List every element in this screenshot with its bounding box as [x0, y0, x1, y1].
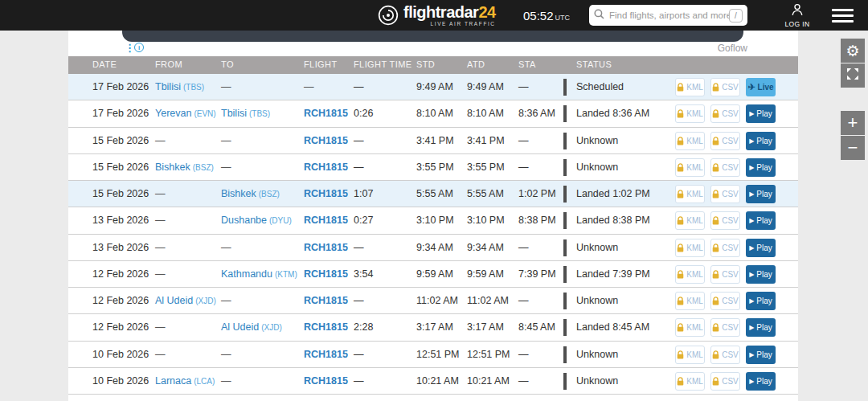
from-airport-link[interactable]: Al Udeid(XJD) — [155, 288, 216, 314]
csv-download-button[interactable]: CSV — [710, 211, 740, 230]
menu-icon[interactable] — [832, 9, 854, 23]
atd-time: 11:02 AM — [467, 288, 509, 313]
flight-number-link[interactable]: RCH1815 — [304, 342, 348, 367]
flight-date: 10 Feb 2026 — [92, 368, 149, 394]
fullscreen-button[interactable] — [841, 63, 865, 88]
csv-download-button[interactable]: CSV — [710, 185, 740, 203]
to-airport-city[interactable]: Tbilisi — [221, 108, 247, 119]
kml-download-button[interactable]: KML — [675, 211, 705, 230]
status-text: Unknown — [576, 288, 618, 313]
to-airport-city[interactable]: Al Udeid — [221, 321, 259, 333]
csv-download-button[interactable]: CSV — [710, 158, 740, 177]
status-divider-bar — [563, 239, 567, 256]
login-button[interactable]: LOG IN — [781, 3, 813, 28]
table-row: 17 Feb 2026Tbilisi(TBS)———9:49 AM9:49 AM… — [68, 74, 798, 100]
to-airport-link[interactable]: Bishkek(BSZ) — [221, 181, 280, 207]
status-text: Scheduled — [576, 74, 624, 100]
csv-download-button[interactable]: CSV — [710, 78, 740, 96]
play-button[interactable]: ▶Play — [746, 292, 776, 310]
kml-download-button[interactable]: KML — [675, 346, 705, 364]
info-icon[interactable]: i — [134, 43, 144, 52]
play-button[interactable]: ▶Play — [746, 185, 776, 203]
from-airport-city[interactable]: Al Udeid — [155, 295, 193, 306]
kml-download-button[interactable]: KML — [675, 185, 705, 203]
to-airport-link[interactable]: Al Udeid(XJD) — [221, 314, 282, 341]
kml-download-button[interactable]: KML — [675, 239, 705, 257]
from-airport-link[interactable]: Tbilisi(TBS) — [155, 74, 204, 100]
play-button[interactable]: ▶Play — [746, 265, 776, 284]
atd-time: 10:21 AM — [467, 368, 510, 394]
to-airport: — — [221, 368, 231, 394]
csv-download-button[interactable]: CSV — [710, 265, 740, 284]
to-airport-link[interactable]: Tbilisi(TBS) — [221, 100, 270, 127]
play-button[interactable]: ▶Play — [746, 372, 776, 391]
kml-download-button[interactable]: KML — [675, 292, 705, 310]
kml-download-button[interactable]: KML — [675, 265, 705, 284]
user-icon — [791, 5, 804, 18]
kml-download-button[interactable]: KML — [675, 132, 705, 150]
to-airport: — — [221, 235, 231, 260]
play-icon: ▶ — [749, 297, 754, 305]
status-divider-bar — [563, 266, 567, 283]
flight-number-link[interactable]: RCH1815 — [304, 100, 348, 126]
to-airport-link[interactable]: Kathmandu(KTM) — [221, 261, 297, 288]
play-button[interactable]: ▶Play — [746, 346, 776, 364]
search-input[interactable]: Find flights, airports and more / — [589, 5, 747, 26]
flight-number-link[interactable]: RCH1815 — [304, 128, 348, 153]
kml-download-button[interactable]: KML — [675, 372, 705, 391]
status-divider-bar — [563, 319, 567, 336]
csv-download-button[interactable]: CSV — [710, 239, 740, 257]
atd-time: 3:10 PM — [467, 207, 505, 233]
flight-time: — — [354, 288, 364, 313]
table-row: 17 Feb 2026Yerevan(EVN)Tbilisi(TBS)RCH18… — [68, 100, 798, 127]
csv-download-button[interactable]: CSV — [710, 292, 740, 310]
kml-download-button[interactable]: KML — [675, 158, 705, 177]
live-button[interactable]: ✈Live — [746, 78, 776, 96]
to-airport-city[interactable]: Dushanbe — [221, 215, 267, 226]
zoom-out-button[interactable]: − — [841, 136, 865, 160]
from-airport-link[interactable]: Larnaca(LCA) — [155, 368, 215, 395]
from-airport-city[interactable]: Larnaca — [155, 375, 191, 387]
flight-number-link[interactable]: RCH1815 — [304, 314, 348, 340]
play-button[interactable]: ▶Play — [746, 158, 776, 177]
flight-number-link[interactable]: RCH1815 — [304, 261, 348, 287]
play-button[interactable]: ▶Play — [746, 104, 776, 123]
from-airport-airport-code: (LCA) — [194, 377, 215, 386]
play-button[interactable]: ▶Play — [746, 318, 776, 337]
play-icon: ▶ — [749, 217, 754, 224]
from-airport-airport-code: (EVN) — [194, 109, 215, 118]
flight-number-link[interactable]: RCH1815 — [304, 154, 348, 180]
csv-download-button[interactable]: CSV — [710, 318, 740, 337]
from-airport-city[interactable]: Tbilisi — [155, 81, 181, 92]
csv-download-button[interactable]: CSV — [710, 104, 740, 123]
flight-number-link[interactable]: RCH1815 — [304, 207, 348, 233]
flight-number-link[interactable]: RCH1815 — [304, 368, 348, 394]
flight-date: 10 Feb 2026 — [92, 342, 149, 367]
kml-download-button[interactable]: KML — [675, 318, 705, 337]
from-airport: — — [155, 181, 166, 207]
from-airport-city[interactable]: Bishkek — [155, 162, 190, 173]
csv-download-button[interactable]: CSV — [710, 132, 740, 150]
to-airport-city[interactable]: Bishkek — [221, 188, 256, 199]
flight-number-link[interactable]: RCH1815 — [304, 288, 348, 313]
to-airport-link[interactable]: Dushanbe(DYU) — [221, 207, 292, 234]
from-airport-city[interactable]: Yerevan — [155, 108, 191, 119]
table-row: 12 Feb 2026Al Udeid(XJD)—RCH1815—11:02 A… — [68, 288, 798, 314]
flight-number-link[interactable]: RCH1815 — [304, 181, 348, 207]
sta-time: — — [518, 368, 529, 394]
kml-download-button[interactable]: KML — [675, 78, 705, 96]
to-airport-city[interactable]: Kathmandu — [221, 268, 272, 280]
flight-number-link[interactable]: RCH1815 — [304, 235, 348, 260]
from-airport-link[interactable]: Yerevan(EVN) — [155, 100, 216, 127]
settings-button[interactable]: ⚙ — [841, 39, 865, 63]
flightradar24-logo[interactable]: flightradar24 LIVE AIR TRAFFIC — [378, 4, 496, 29]
play-button[interactable]: ▶Play — [746, 239, 776, 257]
csv-download-button[interactable]: CSV — [710, 346, 740, 364]
zoom-in-button[interactable]: + — [841, 111, 865, 135]
column-header-sta: STA — [518, 59, 536, 69]
csv-download-button[interactable]: CSV — [710, 372, 740, 391]
play-button[interactable]: ▶Play — [746, 211, 776, 230]
from-airport-link[interactable]: Bishkek(BSZ) — [155, 154, 214, 181]
play-button[interactable]: ▶Play — [746, 132, 776, 150]
kml-download-button[interactable]: KML — [675, 104, 705, 123]
